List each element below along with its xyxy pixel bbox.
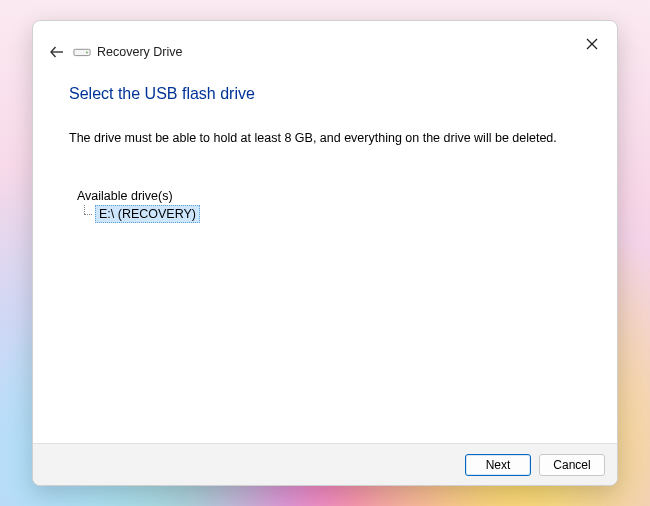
cancel-button[interactable]: Cancel <box>539 454 605 476</box>
available-drives-label: Available drive(s) <box>77 189 589 203</box>
title-bar: Recovery Drive <box>33 21 617 67</box>
drive-tree-row: E:\ (RECOVERY) <box>81 205 589 223</box>
desktop-background: Recovery Drive Select the USB flash driv… <box>0 0 650 506</box>
back-button[interactable] <box>47 42 67 62</box>
content-area: Select the USB flash drive The drive mus… <box>33 67 617 443</box>
drive-item[interactable]: E:\ (RECOVERY) <box>95 205 200 223</box>
window-title: Recovery Drive <box>97 45 182 59</box>
page-heading: Select the USB flash drive <box>69 85 589 103</box>
tree-connector-icon <box>81 207 93 221</box>
next-button[interactable]: Next <box>465 454 531 476</box>
drive-icon <box>73 45 91 59</box>
recovery-drive-window: Recovery Drive Select the USB flash driv… <box>32 20 618 486</box>
svg-point-1 <box>86 52 88 54</box>
close-button[interactable] <box>579 31 605 57</box>
drive-tree: E:\ (RECOVERY) <box>81 205 589 223</box>
footer-bar: Next Cancel <box>33 443 617 485</box>
instruction-text: The drive must be able to hold at least … <box>69 131 589 145</box>
